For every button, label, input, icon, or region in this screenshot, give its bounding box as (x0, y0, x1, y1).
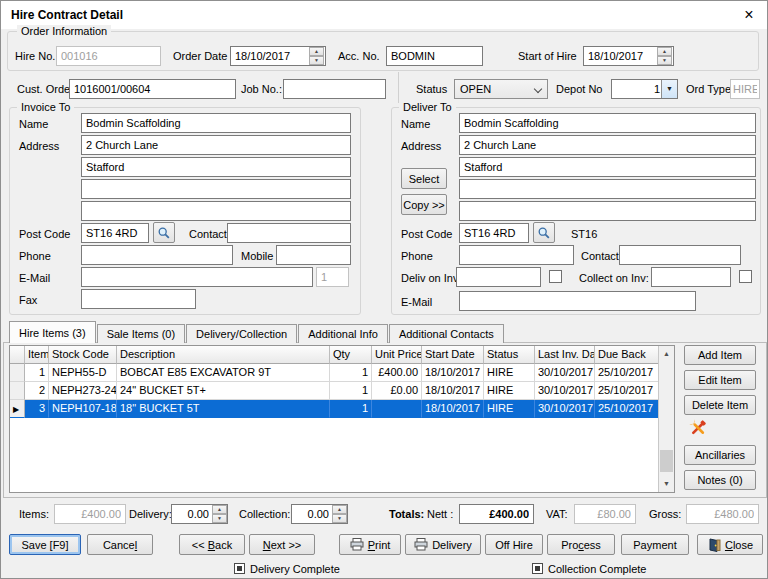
spin-up-icon[interactable] (309, 47, 324, 56)
cell-item: 1 (25, 364, 49, 382)
deliver-address3-field[interactable] (459, 179, 756, 199)
ancillaries-button[interactable]: Ancillaries (684, 445, 756, 465)
collect-on-inv-field[interactable] (651, 267, 731, 287)
header-item[interactable]: Item (25, 346, 49, 364)
header-qty[interactable]: Qty (330, 346, 372, 364)
collect-on-inv-label: Collect on Inv: (579, 268, 649, 288)
back-button[interactable]: << Back (179, 534, 245, 555)
scrollbar-thumb[interactable] (660, 450, 673, 472)
collect-on-inv-checkbox[interactable] (739, 270, 752, 283)
table-scrollbar[interactable] (658, 346, 674, 492)
invoice-postcode-field[interactable] (81, 223, 149, 243)
header-description[interactable]: Description (117, 346, 330, 364)
table-row[interactable]: 2 NEPH273-24B 24" BUCKET 5T+ 1 £0.00 18/… (10, 382, 659, 400)
hire-no-field[interactable] (56, 46, 161, 66)
select-address-button[interactable]: Select (401, 168, 447, 189)
header-last-inv-date[interactable]: Last Inv. Da (535, 346, 595, 364)
deliver-email-field[interactable] (459, 291, 696, 311)
tab-additional-contacts[interactable]: Additional Contacts (389, 324, 504, 343)
copy-address-button[interactable]: Copy >> (401, 194, 447, 215)
delete-item-button[interactable]: Delete Item (684, 395, 756, 415)
print-button[interactable]: Print (339, 534, 401, 555)
add-item-button[interactable]: Add Item (684, 345, 756, 365)
ord-type-field[interactable] (730, 79, 760, 99)
hire-items-table: Item Stock Code Description Qty Unit Pri… (9, 345, 675, 493)
invoice-address4-field[interactable] (81, 201, 351, 221)
items-total-field[interactable] (54, 504, 126, 524)
next-button[interactable]: Next >> (249, 534, 315, 555)
tab-additional-info[interactable]: Additional Info (298, 324, 388, 343)
invoice-mobile-field[interactable] (276, 245, 351, 265)
printer-icon (350, 538, 364, 551)
depot-no-dropdown[interactable]: 1 (611, 79, 678, 99)
deliver-contact-field[interactable] (619, 245, 741, 265)
status-dropdown[interactable]: OPEN (454, 79, 548, 99)
invoice-postcode-lookup-button[interactable] (153, 222, 175, 243)
spin-down-icon[interactable] (212, 514, 227, 523)
gross-field[interactable] (686, 504, 759, 524)
invoice-name-field[interactable] (81, 113, 351, 133)
spin-up-icon[interactable] (332, 505, 347, 514)
invoice-address3-field[interactable] (81, 179, 351, 199)
scroll-up-icon[interactable] (659, 346, 674, 362)
cell-start-date: 18/10/2017 (422, 382, 484, 400)
deliver-address4-field[interactable] (459, 201, 756, 221)
deliv-on-inv-checkbox[interactable] (549, 270, 562, 283)
notes-button[interactable]: Notes (0) (684, 470, 756, 490)
acc-no-field[interactable] (386, 46, 483, 66)
cust-order-field[interactable] (69, 79, 236, 99)
dropdown-arrow-icon[interactable] (661, 80, 677, 98)
cancel-button[interactable]: Cancel (87, 534, 153, 555)
deliver-phone-field[interactable] (459, 245, 574, 265)
row-selector (10, 382, 25, 400)
deliver-postcode-lookup-button[interactable] (533, 222, 555, 243)
table-row-selected[interactable]: 3 NEPH107-18B 18" BUCKET 5T 1 18/10/2017… (10, 400, 659, 418)
deliver-postcode-field[interactable] (459, 223, 529, 243)
header-unit-price[interactable]: Unit Price (372, 346, 422, 364)
header-start-date[interactable]: Start Date (422, 346, 484, 364)
vat-field[interactable] (574, 504, 636, 524)
invoice-fax-field[interactable] (81, 289, 196, 309)
invoice-phone-field[interactable] (81, 245, 233, 265)
off-hire-button[interactable]: Off Hire (485, 534, 543, 555)
tab-sale-items[interactable]: Sale Items (0) (97, 324, 185, 343)
invoice-address1-field[interactable] (81, 135, 351, 155)
close-button[interactable]: Close (697, 534, 763, 555)
delivery-button[interactable]: Delivery (405, 534, 481, 555)
deliver-name-field[interactable] (459, 113, 756, 133)
job-no-field[interactable] (283, 79, 386, 99)
spin-up-icon[interactable] (657, 47, 672, 56)
tools-icon[interactable] (688, 418, 708, 438)
order-date-spinner (309, 47, 324, 65)
deliver-address2-field[interactable] (459, 157, 756, 177)
payment-button[interactable]: Payment (621, 534, 689, 555)
spin-up-icon[interactable] (212, 505, 227, 514)
header-due-back[interactable]: Due Back (595, 346, 659, 364)
tab-hire-items[interactable]: Hire Items (3) (9, 321, 96, 343)
status-value: OPEN (460, 83, 491, 95)
tab-delivery-collection[interactable]: Delivery/Collection (186, 324, 297, 343)
save-button[interactable]: Save [F9] (9, 534, 81, 555)
nett-field[interactable] (459, 504, 534, 524)
spin-down-icon[interactable] (309, 56, 324, 65)
process-button[interactable]: Process (547, 534, 615, 555)
deliv-on-inv-field[interactable] (456, 267, 541, 287)
close-icon[interactable]: × (737, 4, 761, 25)
header-status[interactable]: Status (484, 346, 535, 364)
table-header-row: Item Stock Code Description Qty Unit Pri… (10, 346, 659, 364)
cell-last-inv-date: 30/10/2017 (535, 400, 595, 418)
totals-label: Totals: (389, 504, 424, 524)
deliver-address1-field[interactable] (459, 135, 756, 155)
invoice-address2-field[interactable] (81, 157, 351, 177)
invoice-contact-field[interactable] (227, 223, 351, 243)
spin-down-icon[interactable] (657, 56, 672, 65)
cell-item: 2 (25, 382, 49, 400)
invoice-email-no-field[interactable] (316, 267, 349, 287)
edit-item-button[interactable]: Edit Item (684, 370, 756, 390)
cell-qty: 1 (330, 364, 372, 382)
invoice-email-field[interactable] (81, 267, 313, 287)
table-row[interactable]: 1 NEPH55-D BOBCAT E85 EXCAVATOR 9T 1 £40… (10, 364, 659, 382)
spin-down-icon[interactable] (332, 514, 347, 523)
header-stock-code[interactable]: Stock Code (49, 346, 117, 364)
scroll-down-icon[interactable] (659, 476, 674, 492)
